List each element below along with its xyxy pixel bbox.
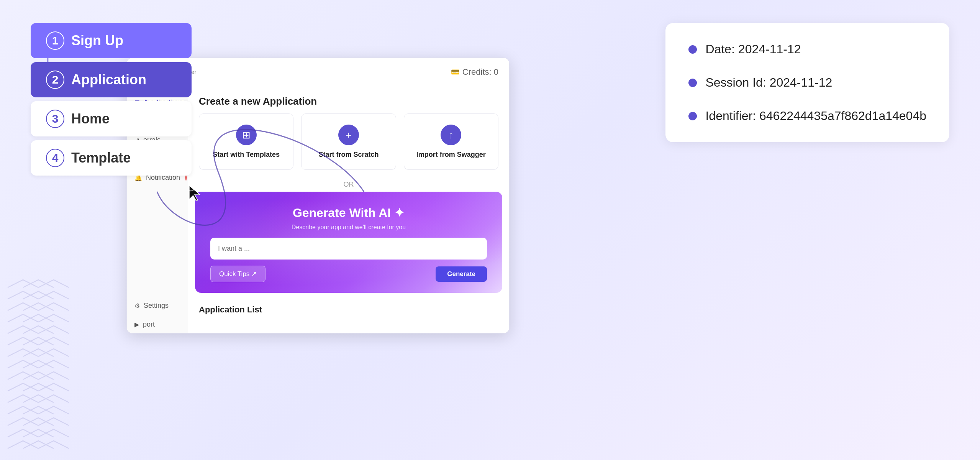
settings-icon: ⚙	[134, 302, 140, 309]
info-dot-2	[688, 79, 697, 87]
ai-title: Generate With AI ✦	[210, 205, 487, 220]
info-panel: Date: 2024-11-12 Session Id: 2024-11-12 …	[665, 23, 949, 142]
option-template[interactable]: ⊞ Start with Templates	[199, 113, 293, 170]
swagger-label: Import from Swagger	[416, 151, 486, 159]
option-scratch[interactable]: + Start from Scratch	[301, 113, 396, 170]
step-1[interactable]: 1 Sign Up	[31, 23, 192, 58]
app-list-footer: Application List	[188, 297, 509, 322]
ai-actions: Quick Tips ↗ Generate	[210, 266, 487, 282]
ai-section: Generate With AI ✦ Describe your app and…	[195, 192, 502, 293]
scratch-icon: +	[338, 125, 359, 145]
support-icon: ▶	[134, 321, 139, 328]
credits-label: Credits: 0	[462, 67, 498, 77]
options-row: ⊞ Start with Templates + Start from Scra…	[188, 113, 509, 177]
steps-panel: 1 Sign Up 2 Application 3 Home 4 Templat…	[31, 23, 192, 179]
sidebar-bottom: ⚙ Settings ▶ port	[127, 296, 188, 334]
step-4-label: Template	[71, 150, 131, 166]
info-dot-3	[688, 112, 697, 120]
sidebar-item-settings-label: Settings	[144, 302, 169, 310]
generate-button[interactable]: Generate	[436, 266, 487, 282]
option-swagger[interactable]: ↑ Import from Swagger	[404, 113, 498, 170]
or-divider: OR	[188, 177, 509, 192]
step-2-number: 2	[46, 71, 64, 89]
info-identifier-label: Identifier: 6462244435a7f862d1a14e04b	[705, 109, 926, 123]
info-date-label: Date: 2024-11-12	[705, 42, 801, 56]
info-identifier: Identifier: 6462244435a7f862d1a14e04b	[688, 109, 926, 123]
ai-input-wrap	[210, 238, 487, 260]
generate-label: Generate	[447, 270, 475, 278]
create-app-header: Create a new Application	[188, 86, 509, 113]
quick-tips-button[interactable]: Quick Tips ↗	[210, 266, 265, 282]
step-3-number: 3	[46, 110, 64, 128]
main-content: Create a new Application ⊞ Start with Te…	[188, 86, 509, 334]
step-2[interactable]: 2 Application	[31, 62, 192, 97]
quick-tips-label: Quick Tips ↗	[219, 270, 257, 278]
sidebar-item-support-label: port	[143, 320, 155, 329]
info-session-label: Session Id: 2024-11-12	[705, 76, 832, 90]
step-4[interactable]: 4 Template	[31, 140, 192, 176]
chevron-pattern-bg	[0, 268, 130, 460]
info-date: Date: 2024-11-12	[688, 42, 926, 56]
scratch-label: Start from Scratch	[318, 151, 379, 159]
ai-subtitle: Describe your app and we'll create for y…	[210, 224, 487, 231]
step-3-label: Home	[71, 111, 110, 127]
swagger-icon: ↑	[441, 125, 461, 145]
sidebar-item-settings[interactable]: ⚙ Settings	[127, 296, 188, 315]
template-icon: ⊞	[236, 125, 257, 145]
info-dot-1	[688, 45, 697, 54]
ai-input[interactable]	[210, 238, 487, 260]
step-1-number: 1	[46, 31, 64, 50]
step-1-label: Sign Up	[71, 33, 123, 49]
template-label: Start with Templates	[213, 151, 280, 159]
step-3[interactable]: 3 Home	[31, 101, 192, 136]
credits-display: 💳 Credits: 0	[451, 67, 498, 77]
sidebar-item-support[interactable]: ▶ port	[127, 315, 188, 334]
step-2-label: Application	[71, 72, 146, 88]
info-session: Session Id: 2024-11-12	[688, 76, 926, 90]
step-4-number: 4	[46, 149, 64, 167]
